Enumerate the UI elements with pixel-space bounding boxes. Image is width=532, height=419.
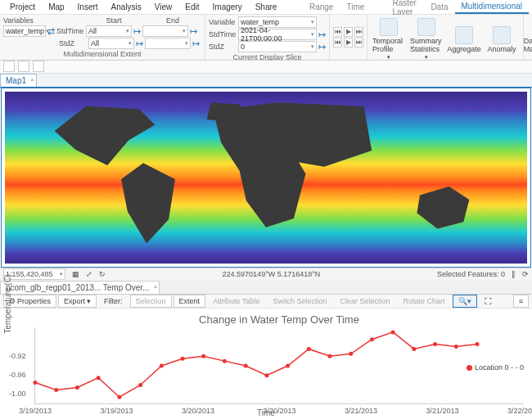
svg-point-9 (223, 359, 227, 363)
zoom-tool-button[interactable]: 🔍▾ (453, 295, 477, 308)
qat-button-1[interactable] (3, 61, 15, 72)
selected-features: Selected Features: 0 (437, 270, 505, 278)
link-icon[interactable]: ↦ (133, 26, 141, 37)
status-icon[interactable]: ▦ (72, 270, 79, 278)
step-fwd-button[interactable]: ⏭ (354, 27, 363, 37)
map-tabstrip: Map1× (0, 74, 532, 88)
attribute-table-button[interactable]: Attribute Table (207, 295, 265, 308)
summary-stats-button[interactable]: Summary Statistics▾ (408, 16, 444, 62)
map-view[interactable] (1, 88, 531, 268)
slice-stdz-select[interactable]: 0▾ (238, 41, 317, 52)
svg-point-7 (181, 357, 185, 361)
stdtime-label: StdTime (56, 27, 84, 35)
status-icon[interactable]: ⤢ (86, 270, 92, 278)
slice-stdtime-label: StdTime (209, 30, 237, 38)
y-axis-label: Temperature (C) (3, 274, 12, 334)
chart-area: Change in Water Temp Over Time Temperatu… (0, 309, 532, 419)
svg-point-8 (201, 354, 205, 358)
menu-range[interactable]: Range (303, 1, 340, 13)
menu-insert[interactable]: Insert (71, 1, 105, 13)
chart-tab[interactable]: ncom_glb_regp01_2013... Temp Over...× (0, 281, 160, 294)
svg-point-12 (286, 363, 290, 367)
filter-extent-button[interactable]: Extent (174, 295, 206, 308)
step-fwd-z-button[interactable]: ⏭ (354, 38, 363, 47)
svg-point-11 (264, 373, 268, 377)
close-icon[interactable]: × (154, 283, 158, 291)
svg-point-15 (349, 352, 353, 356)
svg-point-4 (117, 395, 121, 399)
svg-point-13 (307, 347, 311, 351)
full-extent-button[interactable]: ⛶ (479, 295, 498, 308)
link-icon[interactable]: ↦ (192, 38, 200, 49)
status-icon[interactable]: ↻ (99, 270, 106, 278)
svg-point-5 (138, 383, 142, 387)
rotate-chart-button[interactable]: Rotate Chart (398, 295, 451, 308)
play-z-button[interactable]: ▶ (344, 38, 353, 47)
svg-point-14 (328, 354, 332, 358)
variable-label: Variable (209, 18, 237, 26)
export-button[interactable]: Export▾ (58, 295, 97, 308)
switch-selection-button[interactable]: Switch Selection (267, 295, 332, 308)
anomaly-icon (493, 26, 511, 44)
scale-select[interactable]: 1:155,420,485▾ (3, 268, 65, 280)
link-icon[interactable]: ↦ (318, 42, 326, 52)
variables-select[interactable]: water_temp▾ (3, 25, 46, 37)
step-back-z-button[interactable]: ⏮ (333, 38, 342, 47)
anomaly-button[interactable]: Anomaly (484, 25, 520, 55)
legend: Location 0 - - 0 (467, 363, 524, 372)
start-stdz-select[interactable]: All▾ (88, 38, 134, 49)
chart-icon (380, 18, 398, 36)
aggregate-icon (455, 26, 473, 44)
qat-button-3[interactable] (33, 61, 44, 72)
map-statusbar: 1:155,420,485▾ ▦ ⤢ ↻ 224.5970149°W 5.171… (0, 268, 532, 281)
close-icon[interactable]: × (30, 76, 34, 83)
end-stdtime-select[interactable]: ▾ (142, 25, 188, 37)
data-mgmt-button[interactable]: Data Management▾ (527, 16, 532, 62)
clear-selection-button[interactable]: Clear Selection (335, 295, 396, 308)
svg-point-18 (412, 347, 416, 351)
menu-project[interactable]: Project (3, 1, 42, 13)
svg-point-2 (75, 385, 79, 390)
menu-imagery[interactable]: Imagery (206, 1, 249, 13)
menu-data[interactable]: Data (424, 1, 454, 13)
link-icon[interactable]: ↦ (190, 26, 197, 37)
menu-analysis[interactable]: Analysis (105, 1, 148, 13)
sync-icon[interactable]: ⇄ (47, 26, 55, 37)
legend-marker-icon (467, 365, 472, 371)
menu-share[interactable]: Share (249, 1, 284, 13)
map-tab[interactable]: Map1× (0, 74, 37, 87)
end-stdz-select[interactable]: ▾ (145, 38, 191, 49)
qat-button-2[interactable] (18, 61, 29, 72)
chart-toolbar: ⚙Properties Export▾ Filter: Selection Ex… (0, 295, 532, 309)
svg-point-21 (476, 342, 480, 346)
svg-point-0 (34, 381, 38, 385)
slice-stdz-label: StdZ (209, 43, 237, 51)
variables-label: Variables (3, 16, 38, 25)
temporal-profile-button[interactable]: Temporal Profile▾ (371, 16, 407, 62)
start-stdtime-select[interactable]: All▾ (86, 25, 132, 37)
svg-point-1 (54, 388, 58, 392)
play-button[interactable]: ▶ (344, 27, 353, 37)
menu-button[interactable]: ≡ (513, 295, 529, 308)
plot-area[interactable]: -0.92-0.96-1.00 3/19/20133/19/20133/20/2… (34, 327, 524, 404)
menu-edit[interactable]: Edit (178, 1, 205, 13)
slice-stdtime-select[interactable]: 2021-04-21T00:00:00▾ (238, 29, 317, 40)
svg-point-6 (160, 363, 164, 367)
link-icon[interactable]: ↦ (136, 38, 143, 49)
quick-access-toolbar (0, 61, 532, 74)
aggregate-button[interactable]: Aggregate (446, 25, 482, 55)
pause-icon[interactable]: ‖ (512, 270, 516, 278)
step-back-button[interactable]: ⏮ (333, 27, 342, 37)
start-label: Start (85, 16, 142, 25)
filter-selection-button[interactable]: Selection (130, 295, 172, 308)
stdz-label: StdZ (59, 39, 87, 47)
menu-time[interactable]: Time (340, 1, 371, 13)
link-icon[interactable]: ↦ (318, 29, 326, 40)
menu-multidimensional[interactable]: Multidimensional (455, 0, 529, 14)
menu-map[interactable]: Map (42, 1, 70, 13)
refresh-icon[interactable]: ⟳ (522, 270, 529, 278)
stats-icon (417, 18, 435, 36)
end-label: End (144, 16, 201, 25)
filter-label: Filter: (98, 295, 128, 308)
menu-view[interactable]: View (148, 1, 179, 13)
